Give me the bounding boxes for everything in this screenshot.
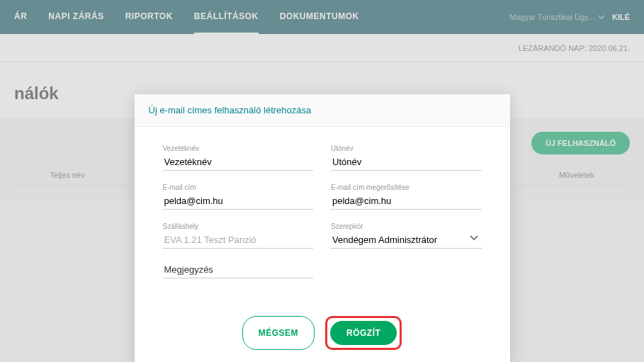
- field-note: [163, 261, 314, 278]
- email-confirm-label: E-mail cím megerősítése: [331, 183, 482, 191]
- save-highlight: RÖGZÍT: [325, 316, 402, 350]
- role-label: Szerepkör: [331, 222, 482, 230]
- lastname-input[interactable]: [163, 154, 314, 171]
- save-button[interactable]: RÖGZÍT: [330, 321, 397, 345]
- email-label: E-mail cím: [163, 183, 314, 191]
- email-confirm-input[interactable]: [331, 193, 482, 210]
- modal-dialog: Új e-mail címes felhasználó létrehozása …: [135, 94, 510, 362]
- modal-footer: MÉGSEM RÖGZÍT: [135, 305, 510, 362]
- modal-body: Vezetéknév Utónév E-mail cím E-mail cím …: [135, 127, 510, 305]
- firstname-input[interactable]: [331, 154, 482, 171]
- role-select[interactable]: [331, 232, 482, 249]
- lastname-label: Vezetéknév: [163, 145, 314, 152]
- cancel-button[interactable]: MÉGSEM: [242, 316, 315, 350]
- email-input[interactable]: [163, 193, 314, 210]
- accommodation-label: Szálláshely: [163, 222, 314, 230]
- modal-header: Új e-mail címes felhasználó létrehozása: [135, 94, 510, 127]
- note-input[interactable]: [163, 261, 314, 278]
- field-accommodation: Szálláshely: [163, 222, 314, 249]
- field-email: E-mail cím: [163, 183, 314, 210]
- field-lastname: Vezetéknév: [163, 145, 314, 171]
- accommodation-input: [163, 232, 314, 249]
- firstname-label: Utónév: [331, 145, 482, 152]
- field-firstname: Utónév: [331, 145, 482, 171]
- field-email-confirm: E-mail cím megerősítése: [331, 183, 482, 210]
- modal-title: Új e-mail címes felhasználó létrehozása: [149, 105, 496, 115]
- modal-overlay: Új e-mail címes felhasználó létrehozása …: [0, 0, 644, 362]
- field-role: Szerepkör: [331, 222, 482, 249]
